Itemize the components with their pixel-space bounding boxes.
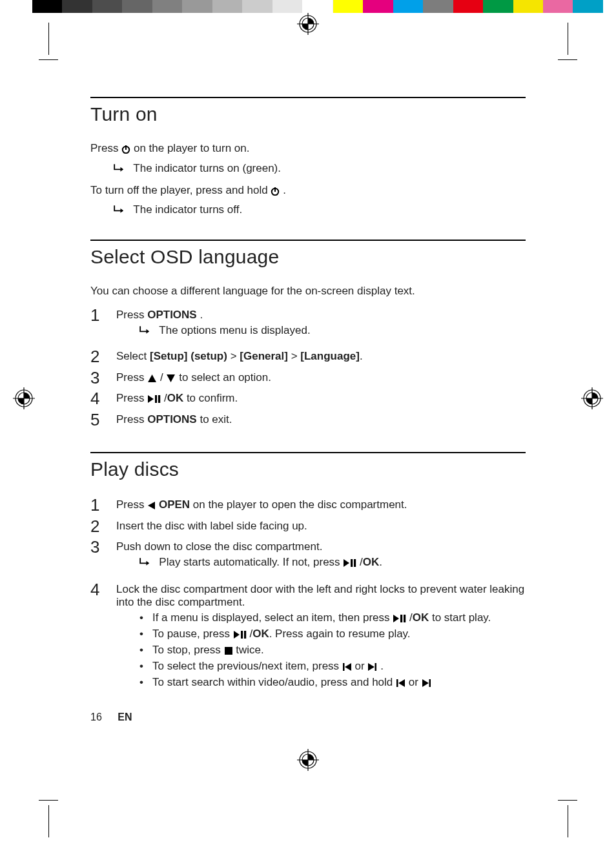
prev-track-icon bbox=[396, 677, 406, 690]
next-track-icon bbox=[367, 661, 377, 674]
play-pause-icon bbox=[393, 613, 406, 626]
prev-track-icon bbox=[342, 661, 352, 674]
heading-play-discs: Play discs bbox=[90, 458, 526, 480]
body-text: Press on the player to turn on. bbox=[90, 141, 526, 158]
result-arrow-icon bbox=[139, 324, 150, 337]
heading-turn-on: Turn on bbox=[90, 103, 526, 125]
registration-mark-icon bbox=[0, 13, 616, 39]
manual-page: Turn on Press on the player to turn on. … bbox=[0, 39, 616, 749]
steps-list: 1 Press OPEN on the player to open the d… bbox=[90, 496, 526, 692]
stop-icon bbox=[224, 645, 233, 658]
body-text: You can choose a different language for … bbox=[90, 283, 526, 300]
registration-mark-icon bbox=[0, 749, 616, 775]
play-pause-icon bbox=[147, 393, 161, 406]
result-arrow-icon bbox=[114, 203, 124, 216]
heading-osd: Select OSD language bbox=[90, 246, 526, 268]
page-number: 16 bbox=[90, 712, 102, 722]
play-pause-icon bbox=[233, 629, 247, 642]
language-code: EN bbox=[118, 712, 132, 722]
power-icon bbox=[271, 184, 280, 200]
power-icon bbox=[121, 142, 130, 158]
result-arrow-icon bbox=[139, 556, 150, 570]
triangle-left-icon bbox=[147, 500, 156, 513]
body-text: To turn off the player, press and hold . bbox=[90, 183, 526, 200]
print-color-bar bbox=[32, 0, 603, 13]
play-pause-icon bbox=[343, 557, 356, 570]
result-arrow-icon bbox=[114, 162, 124, 175]
page-footer: 16 EN bbox=[90, 712, 526, 723]
triangle-down-icon bbox=[166, 373, 176, 385]
triangle-up-icon bbox=[147, 373, 157, 385]
result-line: The indicator turns off. bbox=[114, 203, 526, 216]
result-line: The indicator turns on (green). bbox=[114, 162, 526, 175]
next-track-icon bbox=[422, 677, 431, 690]
steps-list: 1 Press OPTIONS . The options menu is di… bbox=[90, 306, 526, 429]
